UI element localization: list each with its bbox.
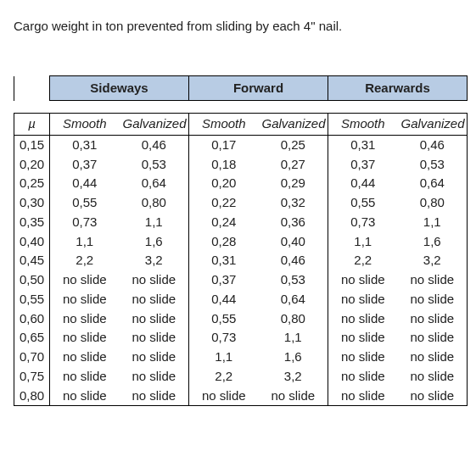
mu-header: µ bbox=[14, 114, 50, 136]
sub-rearwards-smooth: Smooth bbox=[328, 114, 398, 136]
data-cell: 0,80 bbox=[259, 309, 328, 329]
data-cell: 1,6 bbox=[120, 232, 189, 252]
table-row: 0,452,23,20,310,462,23,2 bbox=[14, 251, 468, 270]
data-cell: 0,24 bbox=[189, 213, 259, 232]
data-cell: no slide bbox=[50, 290, 120, 309]
data-cell: 0,37 bbox=[189, 270, 259, 290]
data-cell: 0,80 bbox=[398, 193, 468, 213]
data-table-wrapper: Sideways Forward Rearwards µ Smooth Galv… bbox=[14, 75, 462, 406]
data-cell: 1,1 bbox=[50, 232, 120, 252]
data-cell: 0,53 bbox=[120, 155, 189, 175]
data-cell: no slide bbox=[120, 328, 189, 348]
data-cell: no slide bbox=[50, 328, 120, 348]
table-row: 0,80no slideno slideno slideno slideno s… bbox=[14, 387, 468, 406]
data-cell: 1,6 bbox=[398, 232, 468, 252]
data-cell: 0,28 bbox=[189, 232, 259, 252]
data-cell: 0,64 bbox=[398, 174, 468, 193]
group-sideways: Sideways bbox=[50, 76, 189, 101]
table-row: 0,65no slideno slide0,731,1no slideno sl… bbox=[14, 328, 468, 348]
data-cell: 0,46 bbox=[398, 135, 468, 154]
data-cell: 0,73 bbox=[328, 213, 398, 232]
data-cell: 3,2 bbox=[398, 251, 468, 270]
data-cell: 3,2 bbox=[120, 251, 189, 270]
data-cell: 0,64 bbox=[120, 174, 189, 193]
data-cell: no slide bbox=[50, 309, 120, 329]
data-cell: 2,2 bbox=[328, 251, 398, 270]
data-cell: no slide bbox=[120, 348, 189, 367]
data-cell: 0,55 bbox=[50, 193, 120, 213]
data-cell: 0,27 bbox=[259, 155, 328, 175]
data-cell: 0,55 bbox=[328, 193, 398, 213]
data-cell: no slide bbox=[259, 387, 328, 406]
table-row: 0,401,11,60,280,401,11,6 bbox=[14, 232, 468, 252]
data-cell: no slide bbox=[328, 270, 398, 290]
data-cell: 0,31 bbox=[328, 135, 398, 154]
mu-cell: 0,75 bbox=[14, 367, 50, 387]
data-cell: 2,2 bbox=[50, 251, 120, 270]
data-cell: no slide bbox=[120, 387, 189, 406]
mu-cell: 0,25 bbox=[14, 174, 50, 193]
group-rearwards: Rearwards bbox=[328, 76, 468, 101]
data-cell: 0,64 bbox=[259, 290, 328, 309]
data-cell: no slide bbox=[398, 348, 468, 367]
data-cell: 0,37 bbox=[50, 155, 120, 175]
data-cell: no slide bbox=[328, 290, 398, 309]
data-cell: no slide bbox=[189, 387, 259, 406]
data-cell: no slide bbox=[328, 348, 398, 367]
data-cell: 0,25 bbox=[259, 135, 328, 154]
sub-sideways-smooth: Smooth bbox=[50, 114, 120, 136]
table-group-header: Sideways Forward Rearwards bbox=[14, 76, 468, 101]
mu-cell: 0,15 bbox=[14, 135, 50, 154]
data-cell: no slide bbox=[328, 387, 398, 406]
data-cell: no slide bbox=[120, 367, 189, 387]
data-cell: 0,17 bbox=[189, 135, 259, 154]
data-cell: 1,6 bbox=[259, 348, 328, 367]
description-text: Cargo weight in ton prevented from slidi… bbox=[14, 19, 462, 33]
data-cell: 3,2 bbox=[259, 367, 328, 387]
data-cell: 0,44 bbox=[328, 174, 398, 193]
table-row: 0,250,440,640,200,290,440,64 bbox=[14, 174, 468, 193]
data-cell: 0,73 bbox=[50, 213, 120, 232]
table-sub-header: µ Smooth Galvanized Smooth Galvanized Sm… bbox=[14, 114, 468, 136]
data-cell: no slide bbox=[328, 328, 398, 348]
sub-rearwards-galvanized: Galvanized bbox=[398, 114, 468, 136]
data-cell: no slide bbox=[50, 367, 120, 387]
data-cell: no slide bbox=[50, 270, 120, 290]
data-cell: 0,31 bbox=[50, 135, 120, 154]
table-row: 0,50no slideno slide0,370,53no slideno s… bbox=[14, 270, 468, 290]
data-cell: 0,29 bbox=[259, 174, 328, 193]
data-cell: no slide bbox=[398, 290, 468, 309]
table-row: 0,200,370,530,180,270,370,53 bbox=[14, 155, 468, 175]
table-row: 0,350,731,10,240,360,731,1 bbox=[14, 213, 468, 232]
data-cell: 1,1 bbox=[328, 232, 398, 252]
data-cell: 1,1 bbox=[120, 213, 189, 232]
mu-cell: 0,40 bbox=[14, 232, 50, 252]
table-row: 0,75no slideno slide2,23,2no slideno sli… bbox=[14, 367, 468, 387]
data-cell: no slide bbox=[120, 270, 189, 290]
table-row: 0,70no slideno slide1,11,6no slideno sli… bbox=[14, 348, 468, 367]
data-cell: 0,18 bbox=[189, 155, 259, 175]
data-cell: 0,46 bbox=[259, 251, 328, 270]
data-cell: 0,53 bbox=[398, 155, 468, 175]
data-cell: no slide bbox=[328, 309, 398, 329]
table-row: 0,60no slideno slide0,550,80no slideno s… bbox=[14, 309, 468, 329]
sub-forward-smooth: Smooth bbox=[189, 114, 259, 136]
mu-cell: 0,60 bbox=[14, 309, 50, 329]
mu-cell: 0,80 bbox=[14, 387, 50, 406]
table-row: 0,55no slideno slide0,440,64no slideno s… bbox=[14, 290, 468, 309]
data-cell: no slide bbox=[120, 290, 189, 309]
sub-sideways-galvanized: Galvanized bbox=[120, 114, 189, 136]
data-cell: 1,1 bbox=[259, 328, 328, 348]
mu-cell: 0,30 bbox=[14, 193, 50, 213]
table-row: 0,150,310,460,170,250,310,46 bbox=[14, 135, 468, 154]
data-cell: no slide bbox=[120, 309, 189, 329]
data-cell: 0,37 bbox=[328, 155, 398, 175]
mu-cell: 0,50 bbox=[14, 270, 50, 290]
data-cell: no slide bbox=[328, 367, 398, 387]
table-body: 0,150,310,460,170,250,310,460,200,370,53… bbox=[14, 135, 468, 406]
data-cell: 0,32 bbox=[259, 193, 328, 213]
data-cell: 0,31 bbox=[189, 251, 259, 270]
data-cell: 0,44 bbox=[189, 290, 259, 309]
data-cell: 2,2 bbox=[189, 367, 259, 387]
data-cell: 0,44 bbox=[50, 174, 120, 193]
